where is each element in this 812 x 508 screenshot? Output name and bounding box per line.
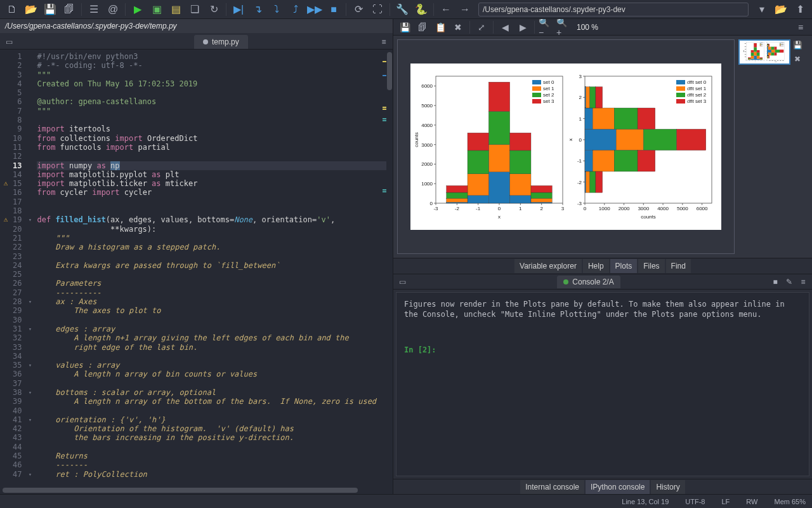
svg-text:2000: 2000 [745, 54, 747, 55]
svg-text:0: 0 [579, 137, 582, 143]
svg-rect-151 [754, 55, 757, 60]
run-selection-icon[interactable]: ❏ [187, 1, 203, 18]
svg-text:5000: 5000 [745, 46, 747, 47]
browse-dir-icon[interactable]: 📂 [773, 1, 789, 18]
svg-text:0: 0 [430, 201, 433, 206]
svg-rect-106 [638, 150, 655, 171]
rerun-icon[interactable]: ↻ [206, 1, 222, 18]
tab-files[interactable]: Files [638, 259, 664, 273]
svg-text:-3: -3 [433, 206, 438, 211]
svg-rect-57 [532, 99, 541, 104]
svg-text:x: x [764, 51, 765, 51]
thumb-remove-icon[interactable]: ✖ [792, 53, 803, 65]
svg-rect-112 [676, 86, 685, 91]
svg-text:0: 0 [746, 60, 747, 60]
ipython-console[interactable]: Figures now render in the Plots pane by … [396, 292, 809, 476]
svg-rect-94 [585, 87, 586, 108]
console-options-icon[interactable]: ≡ [797, 276, 809, 288]
preferences-icon[interactable]: 🔧 [394, 1, 410, 18]
plots-options-icon[interactable]: ≡ [793, 20, 808, 34]
run-icon[interactable]: ▶ [129, 1, 146, 18]
svg-rect-49 [510, 133, 531, 150]
svg-rect-225 [780, 50, 783, 53]
tab-ipython-console[interactable]: IPython console [586, 480, 650, 494]
svg-text:4000: 4000 [657, 206, 669, 211]
working-dir-dropdown-icon[interactable]: ▾ [754, 1, 770, 18]
svg-text:5000: 5000 [677, 206, 688, 211]
plot-copy-icon[interactable]: 📋 [433, 20, 448, 34]
editor-scrollbar-h[interactable] [0, 486, 393, 494]
tab-history[interactable]: History [651, 480, 684, 494]
debug-continue-icon[interactable]: ▶▶ [306, 1, 323, 18]
editor-browse-tabs-icon[interactable]: ▭ [1, 35, 16, 49]
debug-step-out-icon[interactable]: ⤴ [287, 1, 304, 18]
plots-toolbar: 💾 🗐 📋 ✖ ⤢ ◀ ▶ 🔍− 🔍+ 100 % ≡ [393, 19, 812, 36]
plot-thumbnail[interactable]: 0100020003000400050006000-3-2-10123xcoun… [738, 39, 790, 65]
code-editor[interactable]: ⚠⚠ 1234567891011121314151617181920212223… [0, 50, 393, 486]
plot-expand-icon[interactable]: ⤢ [474, 20, 489, 34]
working-dir-input[interactable] [478, 3, 749, 17]
svg-text:3000: 3000 [775, 60, 776, 61]
svg-rect-168 [759, 57, 763, 58]
svg-rect-218 [768, 55, 768, 58]
thumb-save-icon[interactable]: 💾 [792, 39, 803, 51]
svg-text:0: 0 [584, 206, 587, 211]
console-edit-icon[interactable]: ✎ [783, 276, 796, 288]
debug-step-over-icon[interactable]: ⤵ [268, 1, 285, 18]
save-icon[interactable]: 💾 [42, 1, 58, 18]
plot-zoom-out-icon[interactable]: 🔍− [539, 20, 554, 34]
forward-icon[interactable]: → [457, 1, 473, 18]
editor-pane: /Users/gpena-castellanos/.spyder-py3-dev… [0, 19, 393, 494]
editor-tab-temp[interactable]: temp.py [194, 35, 248, 49]
plot-save-all-icon[interactable]: 🗐 [415, 20, 430, 34]
svg-rect-157 [757, 56, 760, 59]
console-prompt: In [2]: [404, 345, 436, 354]
svg-rect-90 [585, 171, 586, 192]
plot-next-icon[interactable]: ▶ [515, 20, 530, 34]
debug-step-icon[interactable]: ▶| [230, 1, 247, 18]
plot-canvas[interactable]: 0100020003000400050006000-3-2-10123xcoun… [397, 39, 735, 254]
svg-rect-97 [616, 129, 643, 150]
kernel-restart-icon[interactable]: ⟳ [350, 1, 367, 18]
svg-rect-155 [751, 56, 754, 59]
tab-plots[interactable]: Plots [610, 259, 638, 273]
svg-rect-152 [757, 59, 760, 60]
outline-icon[interactable]: ☰ [86, 1, 102, 18]
debug-stop-icon[interactable]: ■ [325, 1, 342, 18]
run-cell-icon[interactable]: ▣ [148, 1, 165, 18]
back-icon[interactable]: ← [438, 1, 454, 18]
maximize-pane-icon[interactable]: ⛶ [369, 1, 386, 18]
save-all-icon[interactable]: 🗐 [61, 1, 77, 18]
editor-options-icon[interactable]: ≡ [376, 35, 391, 49]
svg-rect-160 [751, 53, 754, 56]
console-tab[interactable]: Console 2/A [557, 276, 620, 288]
svg-rect-108 [638, 108, 655, 129]
tab-variable-explorer[interactable]: Variable explorer [514, 259, 582, 273]
svg-text:-1: -1 [766, 53, 766, 54]
svg-rect-159 [748, 58, 751, 59]
at-icon[interactable]: @ [105, 1, 121, 18]
svg-rect-103 [614, 108, 638, 129]
parent-dir-icon[interactable]: ⬆ [792, 1, 808, 18]
console-stop-icon[interactable]: ■ [769, 276, 782, 288]
plot-remove-icon[interactable]: ✖ [450, 20, 466, 34]
editor-scrollbar-v[interactable] [386, 50, 393, 486]
tab-help[interactable]: Help [583, 259, 609, 273]
run-cell-advance-icon[interactable]: ▤ [167, 1, 184, 18]
new-file-icon[interactable]: 🗋 [4, 1, 20, 18]
tab-find[interactable]: Find [666, 259, 691, 273]
svg-text:0: 0 [498, 206, 501, 211]
open-folder-icon[interactable]: 📂 [23, 1, 39, 18]
plot-zoom-in-icon[interactable]: 🔍+ [556, 20, 572, 34]
python-path-icon[interactable]: 🐍 [413, 1, 429, 18]
svg-rect-43 [488, 111, 509, 144]
tab-internal-console[interactable]: Internal console [520, 480, 584, 494]
plot-prev-icon[interactable]: ◀ [497, 20, 513, 34]
svg-rect-40 [531, 198, 552, 202]
debug-step-into-icon[interactable]: ↴ [249, 1, 266, 18]
svg-rect-104 [590, 87, 596, 108]
console-browse-tabs-icon[interactable]: ▭ [396, 277, 409, 286]
svg-rect-105 [596, 171, 603, 192]
plot-save-icon[interactable]: 💾 [397, 20, 412, 34]
svg-rect-55 [532, 93, 541, 97]
